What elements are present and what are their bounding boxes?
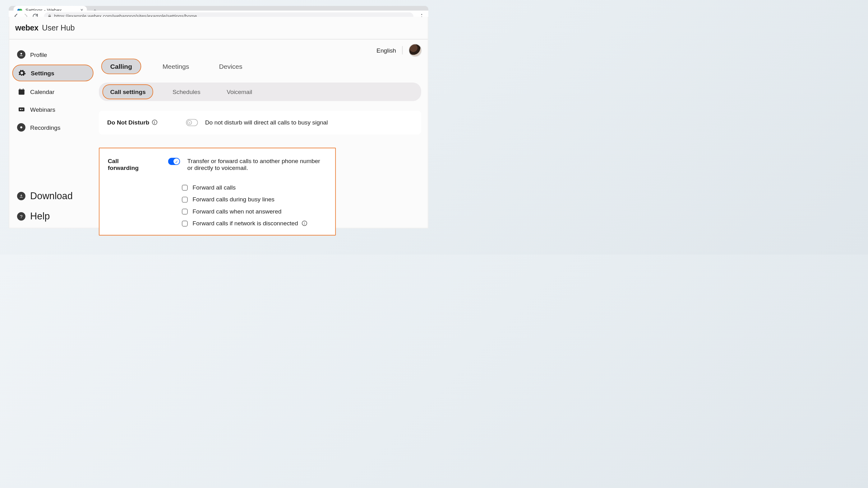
subtab-label: Schedules [173,88,200,95]
info-icon[interactable]: i [152,119,157,125]
svg-point-10 [20,126,22,128]
cf-opt-network-disconnected[interactable]: Forward calls if network is disconnected… [182,220,327,227]
sidebar-item-settings[interactable]: Settings [12,65,94,82]
gear-icon [18,69,26,77]
svg-rect-7 [22,88,23,90]
cf-opt-label: Forward all calls [192,184,236,191]
content-area: Calling Meetings Devices Call settings S… [99,58,424,235]
subtab-label: Call settings [110,88,146,95]
checkbox[interactable] [182,196,188,202]
sidebar-bottom: Download ? Help [12,187,94,225]
sidebar-label: Settings [31,70,54,76]
dnd-label-text: Do Not Disturb [107,119,149,125]
sidebar-label: Webinars [30,106,55,113]
cf-label: Call forwarding [108,158,149,171]
sub-tabs: Call settings Schedules Voicemail [99,83,421,101]
subtab-call-settings[interactable]: Call settings [102,84,153,99]
toggle-knob: × [187,120,192,125]
checkbox[interactable] [182,184,188,191]
cf-opt-label: Forward calls when not answered [192,208,281,214]
language-selector[interactable]: English [376,47,396,54]
cf-options: Forward all calls Forward calls during b… [182,184,327,227]
cf-opt-no-answer[interactable]: Forward calls when not answered [182,208,327,214]
sidebar-item-recordings[interactable]: Recordings [12,119,94,135]
cf-label-text: Call forwarding [108,158,149,171]
app-header: webex User Hub [9,17,428,39]
cf-opt-forward-all[interactable]: Forward all calls [182,184,327,191]
sidebar-label: Profile [30,51,47,58]
svg-rect-5 [18,89,24,91]
sidebar-label: Download [30,191,73,202]
tab-devices[interactable]: Devices [211,59,251,74]
dnd-label: Do Not Disturb i [107,119,164,125]
cf-opt-label: Forward calls if network is disconnected [192,220,298,227]
svg-rect-6 [19,88,20,90]
subtab-label: Voicemail [227,88,252,95]
tab-label: Meetings [163,63,189,70]
sidebar-item-webinars[interactable]: Webinars [12,102,94,117]
toggle-knob: ✓ [174,159,179,164]
call-forwarding-panel: Call forwarding ✓ Transfer or forward ca… [99,147,336,235]
subtab-voicemail[interactable]: Voicemail [219,85,259,99]
sidebar-item-download[interactable]: Download [12,187,94,205]
svg-rect-8 [18,107,24,111]
checkbox[interactable] [182,208,188,214]
profile-icon [17,50,26,59]
dnd-toggle[interactable]: × [186,119,198,126]
help-icon: ? [17,212,26,221]
cf-toggle[interactable]: ✓ [168,158,180,165]
sidebar: Profile Settings Calendar Webinars Recor… [12,43,94,135]
sidebar-label: Recordings [30,124,60,131]
user-avatar[interactable] [408,44,422,57]
dnd-panel: Do Not Disturb i × Do not disturb will d… [99,111,421,135]
info-icon[interactable]: i [302,221,307,226]
svg-point-9 [20,108,21,110]
cf-opt-busy[interactable]: Forward calls during busy lines [182,196,327,203]
app-window: webex User Hub English Profile Settings … [9,17,428,228]
brand-logo-text: webex [15,23,38,32]
subtab-schedules[interactable]: Schedules [165,85,208,99]
calendar-icon [17,87,26,96]
sidebar-item-help[interactable]: ? Help [12,207,94,225]
brand-sub: User Hub [42,23,74,32]
cf-opt-label: Forward calls during busy lines [192,196,275,203]
sidebar-label: Calendar [30,88,54,95]
tab-meetings[interactable]: Meetings [154,59,197,74]
divider [402,46,403,54]
sidebar-label: Help [30,211,50,222]
webinars-icon [17,105,26,114]
download-icon [17,192,26,200]
cf-desc: Transfer or forward calls to another pho… [187,158,327,171]
tab-label: Devices [219,63,242,70]
tab-calling[interactable]: Calling [101,58,141,74]
recordings-icon [17,123,26,132]
svg-point-3 [21,53,22,54]
tab-label: Calling [110,63,132,70]
sidebar-item-calendar[interactable]: Calendar [12,84,94,99]
header-right: English [376,44,422,57]
dnd-desc: Do not disturb will direct all calls to … [205,119,328,125]
sidebar-item-profile[interactable]: Profile [12,47,94,62]
checkbox[interactable] [182,220,188,226]
main-tabs: Calling Meetings Devices [99,58,424,74]
